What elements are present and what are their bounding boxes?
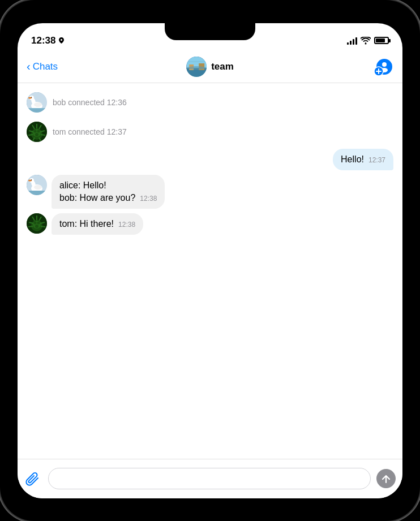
chat-content: bob connected 12:36 — [18, 83, 402, 459]
alice-avatar-image — [27, 175, 47, 195]
group-avatar-image — [186, 57, 207, 77]
plant-avatar-image — [27, 122, 47, 142]
nav-bar: ‹ Chats — [18, 51, 402, 83]
message-input[interactable] — [48, 468, 371, 489]
conversation-title: team — [211, 61, 234, 72]
svg-point-38 — [37, 130, 40, 132]
bob-message-time: 12:38 — [140, 195, 157, 203]
alice-message-line: alice: Hello! — [59, 180, 157, 191]
outgoing-bubble: Hello! 12:37 — [333, 149, 393, 170]
incoming-message-tom: tom: Hi there! 12:38 — [27, 213, 393, 235]
phone-frame: 12:38 — [0, 0, 420, 521]
back-button[interactable]: ‹ Chats — [27, 61, 210, 73]
clock-display: 12:38 — [31, 35, 55, 46]
tom-message-time: 12:38 — [118, 221, 135, 229]
bob-message-line: bob: How are you? 12:38 — [59, 193, 157, 203]
status-time: 12:38 — [31, 35, 65, 46]
svg-line-33 — [28, 135, 33, 135]
svg-point-62 — [35, 225, 38, 228]
attach-button[interactable] — [24, 470, 42, 488]
tom-message-text: tom: Hi there! — [59, 219, 114, 229]
nav-title-area: team — [186, 57, 234, 77]
outgoing-message-hello: Hello! 12:37 — [27, 149, 393, 170]
svg-line-57 — [41, 226, 45, 227]
location-icon — [58, 37, 65, 44]
svg-point-21 — [34, 102, 42, 107]
svg-line-32 — [41, 135, 45, 135]
svg-point-39 — [35, 133, 38, 136]
swan-avatar-image — [27, 92, 47, 113]
nav-actions — [210, 57, 393, 77]
svg-point-20 — [31, 97, 32, 98]
input-bar — [18, 459, 402, 498]
svg-point-37 — [34, 130, 37, 132]
bob-avatar — [27, 92, 47, 113]
svg-point-60 — [34, 221, 37, 224]
battery-icon — [374, 37, 389, 44]
system-message-bob: bob connected 12:36 — [27, 90, 393, 115]
wifi-icon — [361, 37, 371, 45]
phone-screen: 12:38 — [18, 23, 402, 498]
status-icons — [347, 37, 389, 45]
svg-rect-7 — [186, 61, 207, 62]
chevron-left-icon: ‹ — [27, 60, 31, 73]
svg-point-9 — [382, 62, 387, 67]
incoming-bubble-tom: tom: Hi there! 12:38 — [52, 213, 143, 235]
svg-line-58 — [28, 226, 33, 227]
outgoing-message-text: Hello! — [341, 154, 364, 165]
bob-connected-text: bob connected 12:36 — [53, 98, 127, 107]
svg-point-46 — [31, 179, 32, 180]
group-avatar[interactable] — [186, 57, 207, 77]
back-label: Chats — [33, 61, 58, 72]
tom-avatar-msg — [27, 213, 47, 234]
plant-icon — [27, 122, 47, 142]
notch — [165, 23, 255, 40]
system-message-tom: tom connected 12:37 — [27, 119, 393, 144]
svg-point-61 — [37, 221, 40, 224]
tom-plant-icon — [27, 213, 47, 234]
add-contact-button[interactable] — [373, 57, 393, 77]
svg-point-47 — [34, 185, 42, 190]
tom-message-line: tom: Hi there! 12:38 — [59, 219, 135, 229]
alice-avatar — [27, 175, 47, 195]
send-arrow-icon — [381, 473, 391, 484]
tom-connected-text: tom connected 12:37 — [53, 127, 127, 136]
add-contact-icon — [373, 57, 393, 77]
svg-rect-48 — [27, 191, 47, 195]
alice-message-text: alice: Hello! — [59, 180, 106, 191]
incoming-bubble-group1: alice: Hello! bob: How are you? 12:38 — [52, 175, 165, 209]
svg-point-6 — [186, 66, 207, 70]
outgoing-message-time: 12:37 — [368, 156, 385, 164]
tom-avatar — [27, 122, 47, 142]
svg-point-0 — [365, 42, 367, 44]
swan-icon — [27, 92, 47, 113]
svg-rect-23 — [27, 108, 47, 109]
alice-swan-icon — [27, 175, 47, 195]
signal-strength-icon — [347, 37, 357, 45]
send-button[interactable] — [376, 469, 396, 488]
paperclip-icon — [25, 471, 41, 486]
incoming-message-group1: alice: Hello! bob: How are you? 12:38 — [27, 175, 393, 209]
bob-message-text: bob: How are you? — [59, 193, 135, 203]
tom-avatar-image — [27, 213, 47, 234]
